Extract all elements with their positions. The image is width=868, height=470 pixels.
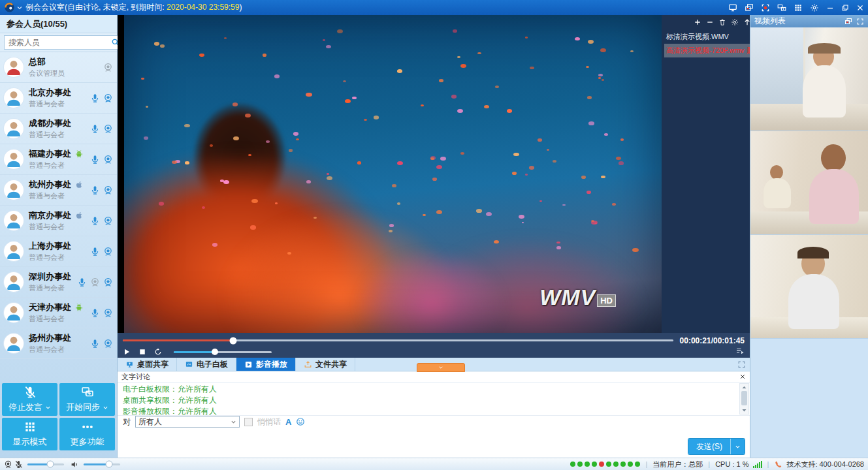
participant-name: 南京办事处 (29, 210, 71, 221)
scroll-down-icon[interactable] (741, 407, 747, 413)
settings-gear-icon[interactable] (810, 3, 819, 12)
network-share-icon[interactable] (777, 3, 786, 12)
mic-muted-icon[interactable] (14, 460, 23, 469)
tab-media-play[interactable]: 影音播放 (236, 358, 296, 371)
scroll-thumb[interactable] (741, 391, 747, 405)
webcam-off-icon[interactable] (90, 277, 100, 287)
mic-volume-slider[interactable] (27, 463, 64, 465)
font-button[interactable]: A (285, 417, 291, 427)
close-button[interactable] (856, 4, 864, 12)
participant-list: 总部会议管理员北京办事处普通与会者成都办事处普通与会者福建办事处普通与会者杭州办… (0, 52, 117, 381)
participant-row[interactable]: 总部会议管理员 (0, 52, 117, 83)
playlist-toggle-icon[interactable] (735, 347, 745, 356)
emoji-icon[interactable] (296, 417, 305, 426)
webcam-status-icon[interactable] (4, 460, 12, 469)
participant-row[interactable]: 南京办事处普通与会者 (0, 206, 117, 236)
record-icon[interactable] (761, 3, 770, 12)
chevron-down-icon[interactable] (103, 405, 108, 411)
layout-grid-icon[interactable] (794, 3, 803, 12)
video-feed[interactable] (750, 27, 868, 131)
video-feed[interactable] (750, 131, 868, 235)
playlist-settings-icon[interactable] (731, 18, 739, 26)
action-button[interactable]: 开始同步 (59, 383, 115, 416)
playlist-item[interactable]: 高清演示视频-720P.wmv删除 (664, 44, 764, 57)
volume-slider[interactable] (174, 351, 272, 353)
search-input[interactable] (7, 37, 111, 48)
participant-row[interactable]: 深圳办事处普通与会者 (0, 267, 117, 298)
send-button[interactable]: 发送(S) (688, 439, 745, 454)
webcam-icon[interactable] (103, 124, 113, 134)
mic-icon[interactable] (90, 308, 100, 318)
chat-panel: 文字讨论 电子白板权限：允许所有人桌面共享权限：允许所有人影音播放权限：允许所有… (118, 371, 750, 458)
participant-row[interactable]: 杭州办事处普通与会者 (0, 175, 117, 206)
participant-row[interactable]: 福建办事处普通与会者 (0, 144, 117, 175)
video-expand-icon[interactable] (856, 18, 864, 25)
mic-icon[interactable] (90, 247, 100, 257)
volume-handle[interactable] (212, 349, 218, 355)
whisper-checkbox[interactable] (244, 418, 253, 426)
tab-desktop-share[interactable]: 桌面共享 (118, 358, 177, 371)
participant-row[interactable]: 成都办事处普通与会者 (0, 114, 117, 144)
participant-name: 天津办事处 (29, 302, 71, 313)
webcam-icon[interactable] (103, 216, 113, 226)
play-button[interactable] (123, 348, 131, 356)
action-button[interactable]: 更多功能 (59, 418, 115, 450)
maximize-button[interactable] (841, 4, 849, 12)
stop-button[interactable] (138, 348, 146, 356)
mic-icon[interactable] (90, 339, 100, 349)
video-canvas[interactable]: WMV HD (124, 15, 662, 333)
action-button[interactable]: 显示模式 (2, 418, 57, 450)
participant-row[interactable]: 上海办事处普通与会者 (0, 236, 117, 267)
replay-button[interactable] (154, 348, 162, 356)
apple-icon (74, 180, 84, 189)
playlist-remove-icon[interactable] (706, 18, 714, 26)
message-input-area[interactable]: 发送(S) (118, 428, 750, 458)
video-feed[interactable] (750, 235, 868, 339)
chat-scrollbar[interactable] (739, 383, 749, 415)
chevron-down-icon (735, 444, 741, 450)
chevron-down-icon[interactable] (45, 405, 51, 411)
chat-close-icon[interactable] (739, 373, 746, 380)
playlist-add-icon[interactable] (694, 18, 701, 26)
webcam-icon[interactable] (103, 185, 113, 195)
speaker-icon[interactable] (71, 460, 79, 469)
mic-icon[interactable] (90, 155, 100, 164)
mic-icon[interactable] (90, 185, 100, 195)
playlist-item[interactable]: 标清演示视频.WMV (664, 30, 764, 44)
participant-row[interactable]: 北京办事处普通与会者 (0, 83, 117, 114)
webcam-icon[interactable] (103, 277, 113, 287)
webcam-icon[interactable] (103, 308, 113, 318)
minimize-button[interactable] (826, 4, 834, 12)
tab-whiteboard[interactable]: 电子白板 (177, 358, 236, 371)
tab-file-share[interactable]: 文件共享 (296, 358, 355, 371)
mic-icon[interactable] (90, 124, 100, 134)
main-area: 参会人员(10/55) 总部会议管理员北京办事处普通与会者成都办事处普通与会者福… (0, 15, 868, 458)
webcam-icon[interactable] (103, 155, 113, 164)
webcam-icon[interactable] (103, 93, 113, 103)
webcam-icon[interactable] (103, 339, 113, 349)
participant-row[interactable]: 扬州办事处普通与会者 (0, 328, 117, 359)
webcam-off-icon[interactable] (103, 63, 113, 72)
seek-handle[interactable] (229, 337, 236, 344)
scroll-up-icon[interactable] (741, 384, 747, 390)
menu-chevron-icon[interactable] (16, 5, 23, 11)
send-options-dropdown[interactable] (730, 439, 745, 454)
participant-role: 会议管理员 (29, 69, 103, 78)
fullscreen-icon[interactable] (737, 360, 746, 369)
playlist-delete-icon[interactable] (718, 18, 726, 26)
mic-icon[interactable] (90, 93, 100, 103)
action-button[interactable]: 停止发言 (2, 383, 57, 416)
desktop-mode-icon[interactable] (728, 3, 737, 12)
seek-bar[interactable] (123, 339, 673, 341)
recipient-select[interactable]: 所有人 (135, 416, 240, 428)
participant-row[interactable]: 天津办事处普通与会者 (0, 298, 117, 328)
participant-avatar (4, 242, 24, 261)
speaker-volume-slider[interactable] (84, 463, 120, 465)
collapse-handle[interactable] (417, 363, 465, 372)
window-mode-icon[interactable] (745, 3, 754, 12)
mic-icon[interactable] (90, 216, 100, 226)
mic-icon[interactable] (77, 277, 87, 287)
video-layout-icon[interactable] (844, 18, 852, 25)
action-button-label: 更多功能 (71, 436, 104, 448)
webcam-icon[interactable] (103, 247, 113, 257)
